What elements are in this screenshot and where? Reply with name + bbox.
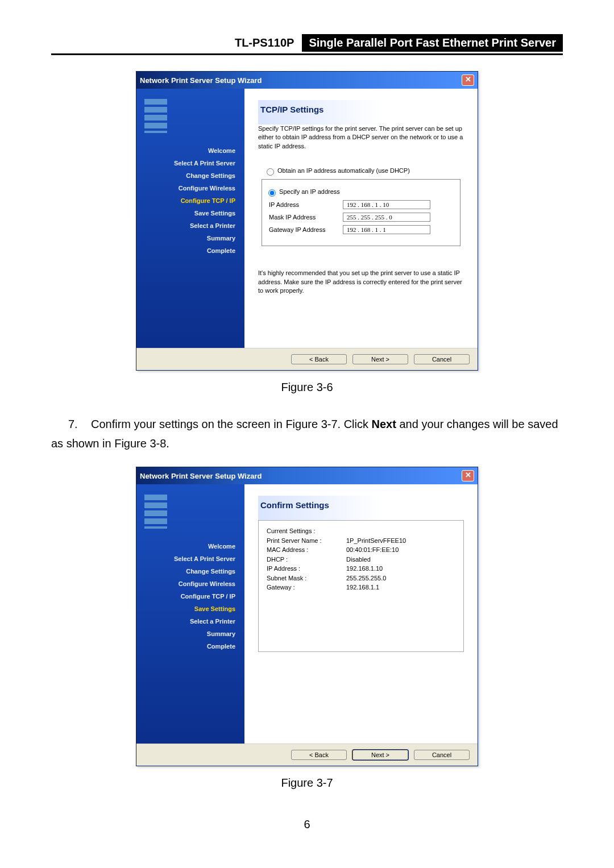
sidebar-step[interactable]: Save Settings (136, 207, 239, 219)
next-button[interactable]: Next > (352, 750, 408, 760)
page-number: 6 (51, 818, 563, 831)
gateway-input[interactable]: 192 . 168 . 1 . 1 (343, 225, 430, 234)
ip-address-input[interactable]: 192 . 168 . 1 . 10 (343, 200, 430, 209)
radio-dhcp-label: Obtain an IP address automatically (use … (277, 167, 410, 174)
gateway-label: Gateway IP Address (269, 226, 343, 233)
settings-value: Disabled (346, 555, 371, 564)
subnet-mask-input[interactable]: 255 . 255 . 255 . 0 (343, 213, 430, 222)
sidebar-step[interactable]: Complete (136, 244, 239, 257)
sidebar-step[interactable]: Summary (136, 232, 239, 244)
close-icon[interactable]: ✕ (462, 74, 474, 86)
cancel-button[interactable]: Cancel (414, 354, 470, 364)
ip-address-label: IP Address (269, 201, 343, 208)
next-button[interactable]: Next > (352, 354, 408, 364)
wizard-sidebar: WelcomeSelect A Print ServerChange Setti… (136, 484, 244, 744)
sidebar-step[interactable]: Complete (136, 640, 239, 653)
settings-row: Subnet Mask :255.255.255.0 (267, 574, 455, 583)
sidebar-step[interactable]: Configure Wireless (136, 182, 239, 194)
model-code: TL-PS110P (233, 35, 302, 51)
product-title: Single Parallel Port Fast Ethernet Print… (302, 34, 563, 52)
current-settings-label: Current Settings : (267, 526, 455, 536)
window-title: Network Print Server Setup Wizard (140, 472, 262, 480)
settings-value: 00:40:01:FF:EE:10 (346, 545, 399, 555)
panel-description: Specify TCP/IP settings for the print se… (258, 124, 464, 151)
settings-row: Print Server Name :1P_PrintServFFEE10 (267, 536, 455, 546)
back-button[interactable]: < Back (291, 354, 347, 364)
sidebar-step[interactable]: Welcome (136, 144, 239, 157)
settings-key: Gateway : (267, 583, 346, 592)
sidebar-step[interactable]: Select A Print Server (136, 157, 239, 169)
sidebar-step[interactable]: Change Settings (136, 169, 239, 182)
settings-value: 1P_PrintServFFEE10 (346, 536, 406, 546)
sidebar-step[interactable]: Save Settings (136, 603, 239, 615)
settings-key: IP Address : (267, 564, 346, 574)
settings-value: 192.168.1.1 (346, 583, 379, 592)
wizard-sidebar: WelcomeSelect A Print ServerChange Setti… (136, 89, 244, 348)
settings-value: 192.168.1.10 (346, 564, 383, 574)
sidebar-step[interactable]: Select a Printer (136, 219, 239, 232)
close-icon[interactable]: ✕ (462, 470, 474, 481)
settings-row: MAC Address :00:40:01:FF:EE:10 (267, 545, 455, 555)
sidebar-step[interactable]: Configure Wireless (136, 578, 239, 590)
radio-dhcp[interactable] (267, 168, 274, 176)
sidebar-step[interactable]: Welcome (136, 540, 239, 553)
radio-static-label: Specify an IP address (279, 188, 340, 195)
sidebar-step[interactable]: Select A Print Server (136, 553, 239, 565)
sidebar-step[interactable]: Change Settings (136, 565, 239, 578)
settings-row: IP Address :192.168.1.10 (267, 564, 455, 574)
settings-value: 255.255.255.0 (346, 574, 386, 583)
sidebar-step[interactable]: Summary (136, 628, 239, 640)
back-button[interactable]: < Back (291, 750, 347, 760)
sidebar-step[interactable]: Select a Printer (136, 615, 239, 628)
brand-icon (144, 495, 167, 529)
settings-key: Subnet Mask : (267, 574, 346, 583)
panel-heading: TCP/IP Settings (258, 100, 464, 124)
wizard-dialog-tcpip: Network Print Server Setup Wizard ✕ Welc… (136, 71, 478, 371)
radio-static[interactable] (268, 189, 276, 197)
cancel-button[interactable]: Cancel (414, 750, 470, 760)
sidebar-step[interactable]: Configure TCP / IP (136, 194, 239, 207)
wizard-dialog-confirm: Network Print Server Setup Wizard ✕ Welc… (136, 467, 478, 766)
window-title: Network Print Server Setup Wizard (140, 76, 262, 85)
brand-icon (144, 99, 167, 133)
instruction-step-7: 7.Confirm your settings on the screen in… (51, 414, 563, 453)
subnet-mask-label: Mask IP Address (269, 214, 343, 221)
figure-caption-2: Figure 3-7 (51, 776, 563, 790)
settings-row: Gateway :192.168.1.1 (267, 583, 455, 592)
doc-header: TL-PS110P Single Parallel Port Fast Ethe… (51, 34, 563, 55)
figure-caption-1: Figure 3-6 (51, 381, 563, 394)
sidebar-step[interactable]: Configure TCP / IP (136, 590, 239, 603)
settings-row: DHCP :Disabled (267, 555, 455, 564)
recommendation-note: It's highly recommended that you set up … (258, 269, 464, 295)
settings-key: DHCP : (267, 555, 346, 564)
panel-heading: Confirm Settings (258, 496, 464, 520)
settings-summary-box: Current Settings : Print Server Name :1P… (258, 520, 464, 652)
settings-key: MAC Address : (267, 545, 346, 555)
settings-key: Print Server Name : (267, 536, 346, 546)
